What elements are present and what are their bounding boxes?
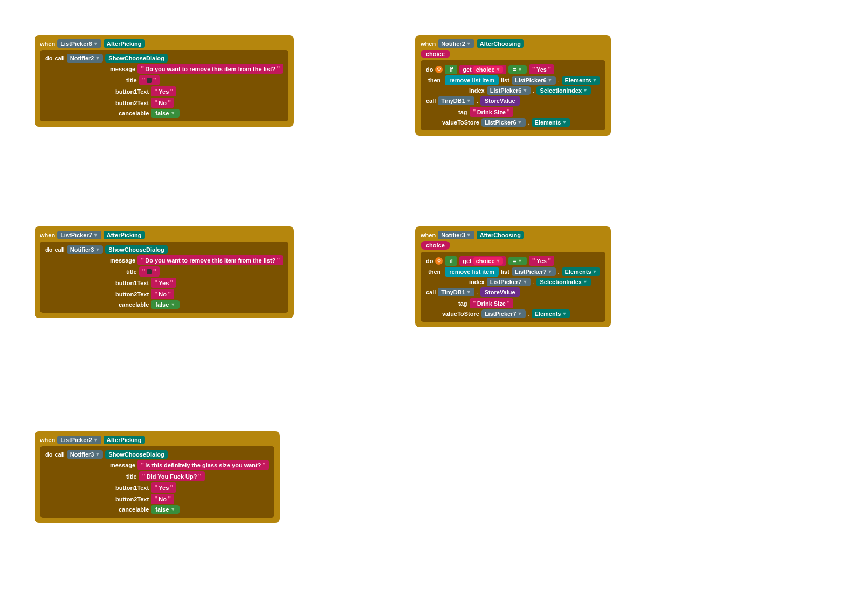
index-label-4: index xyxy=(469,279,485,285)
message-label-1: message xyxy=(110,66,135,72)
listpicker6-comp-1[interactable]: ListPicker6 ▼ xyxy=(57,39,101,48)
when-label-3: when xyxy=(40,232,55,238)
if-block-4[interactable]: if xyxy=(445,256,457,266)
cancelable-val-3[interactable]: false ▼ xyxy=(151,300,180,309)
selection1-4[interactable]: SelectionIndex ▼ xyxy=(536,278,591,286)
notifier2-comp-2[interactable]: Notifier2 ▼ xyxy=(438,39,474,48)
elements2-4[interactable]: Elements ▼ xyxy=(532,309,570,318)
when-label-4: when xyxy=(421,232,436,238)
do-label-4: do xyxy=(426,258,433,264)
if-block-2[interactable]: if xyxy=(445,65,457,74)
button2text-label-5: button2Text xyxy=(115,496,149,502)
tag-val-4[interactable]: " Drink Size " xyxy=(470,298,514,308)
get-block-4[interactable]: get choice ▼ xyxy=(459,256,506,266)
lp7a-comp-4[interactable]: ListPicker7 ▼ xyxy=(512,267,556,276)
elements1-4[interactable]: Elements ▼ xyxy=(562,267,601,276)
button2text-val-5[interactable]: " No " xyxy=(151,494,174,504)
message-label-3: message xyxy=(110,257,135,264)
title-val-3[interactable]: " " xyxy=(139,266,160,277)
button2text-label-3: button2Text xyxy=(115,291,149,298)
afterpicking-event-1[interactable]: AfterPicking xyxy=(104,39,145,48)
lp6b-comp-2[interactable]: ListPicker6 ▼ xyxy=(487,86,531,95)
gear-icon-2[interactable]: ⚙ xyxy=(435,66,443,73)
notifier3-comp-3[interactable]: Notifier3 ▼ xyxy=(67,245,104,254)
do-label-5: do xyxy=(45,451,52,458)
gear-icon-4[interactable]: ⚙ xyxy=(435,257,443,265)
tinydb1-comp-2[interactable]: TinyDB1 ▼ xyxy=(438,96,474,105)
button1text-val-1[interactable]: " Yes " xyxy=(151,86,176,96)
list-label-2: list xyxy=(501,77,509,84)
eq-block-2[interactable]: = ▼ xyxy=(508,65,526,74)
lp6c-comp-2[interactable]: ListPicker6 ▼ xyxy=(481,118,526,127)
cancelable-val-1[interactable]: false ▼ xyxy=(151,109,180,118)
when-label-2: when xyxy=(421,40,436,47)
block2-group: when Notifier2 ▼ AfterChoosing choice do xyxy=(415,35,611,136)
listpicker2-comp-5[interactable]: ListPicker2 ▼ xyxy=(57,436,101,444)
title-val-5[interactable]: " Did You Fuck Up? " xyxy=(139,471,205,481)
do-label-3: do xyxy=(45,246,52,253)
message-val-1[interactable]: " Do you want to remove this item from t… xyxy=(137,64,283,74)
value-label-2: valueToStore xyxy=(442,119,479,126)
after-choosing-event-4[interactable]: AfterChoosing xyxy=(477,231,524,239)
button1text-label-1: button1Text xyxy=(115,88,149,95)
do-label-2: do xyxy=(426,66,433,73)
title-label-3: title xyxy=(126,268,137,275)
button1text-val-3[interactable]: " Yes " xyxy=(151,278,176,288)
elements2-2[interactable]: Elements ▼ xyxy=(532,118,570,127)
cancelable-label-1: cancelable xyxy=(119,110,149,116)
block4-group: when Notifier3 ▼ AfterChoosing choice do… xyxy=(415,226,611,327)
show-choose-dialog-5[interactable]: ShowChooseDialog xyxy=(105,450,167,459)
title-val-1[interactable]: " " xyxy=(139,75,160,85)
lp6a-comp-2[interactable]: ListPicker6 ▼ xyxy=(512,76,556,85)
notifier3-comp-5[interactable]: Notifier3 ▼ xyxy=(67,450,104,459)
message-val-5[interactable]: " Is this definitely the glass size you … xyxy=(137,460,269,470)
lp7c-comp-4[interactable]: ListPicker7 ▼ xyxy=(481,309,526,318)
remove-list-item-2[interactable]: remove list item xyxy=(445,75,499,85)
button1text-val-5[interactable]: " Yes " xyxy=(151,482,176,493)
message-label-5: message xyxy=(110,462,135,468)
block5-group: when ListPicker2 ▼ AfterPicking do call … xyxy=(35,431,280,523)
button1text-label-5: button1Text xyxy=(115,485,149,491)
call-label-3: call xyxy=(54,246,64,253)
yes-val-2[interactable]: " Yes " xyxy=(529,64,554,74)
tag-val-2[interactable]: " Drink Size " xyxy=(470,107,514,117)
get-block-2[interactable]: get choice ▼ xyxy=(459,65,506,74)
listpicker7-comp-3[interactable]: ListPicker7 ▼ xyxy=(57,231,101,239)
store-value-4[interactable]: StoreValue xyxy=(480,287,520,297)
message-val-3[interactable]: " Do you want to remove this item from t… xyxy=(137,255,283,265)
then-label-2: then xyxy=(426,76,443,85)
then-label-4: then xyxy=(426,267,443,276)
show-choose-dialog-3[interactable]: ShowChooseDialog xyxy=(105,245,167,254)
after-choosing-event-2[interactable]: AfterChoosing xyxy=(477,39,524,48)
value-label-4: valueToStore xyxy=(442,311,479,317)
button2text-val-3[interactable]: " No " xyxy=(151,289,174,299)
eq-block-4[interactable]: = ▼ xyxy=(508,257,526,265)
button2text-label-1: button2Text xyxy=(115,100,149,106)
title-label-5: title xyxy=(126,473,137,480)
cancelable-label-5: cancelable xyxy=(119,506,149,513)
when-label-5: when xyxy=(40,437,55,443)
notifier3-comp-4[interactable]: Notifier3 ▼ xyxy=(438,231,474,239)
tag-label-2: tag xyxy=(458,109,467,115)
notifier2-comp-1[interactable]: Notifier2 ▼ xyxy=(67,54,104,63)
show-choose-dialog-1[interactable]: ShowChooseDialog xyxy=(105,54,167,63)
elements1-2[interactable]: Elements ▼ xyxy=(562,76,601,85)
call-label-5: call xyxy=(54,451,64,458)
button2text-val-1[interactable]: " No " xyxy=(151,98,174,108)
choice-var-2: choice xyxy=(421,50,450,58)
yes-val-4[interactable]: " Yes " xyxy=(529,256,554,266)
index-label-2: index xyxy=(469,87,485,94)
store-value-2[interactable]: StoreValue xyxy=(480,96,520,106)
button1text-label-3: button1Text xyxy=(115,280,149,286)
when-label-1: when xyxy=(40,40,55,47)
remove-list-item-4[interactable]: remove list item xyxy=(445,267,499,277)
selection1-2[interactable]: SelectionIndex ▼ xyxy=(536,86,591,95)
cancelable-val-5[interactable]: false ▼ xyxy=(151,505,180,514)
list-label-4: list xyxy=(501,268,509,275)
afterpicking-event-3[interactable]: AfterPicking xyxy=(104,231,145,239)
tag-label-4: tag xyxy=(458,300,467,307)
lp7b-comp-4[interactable]: ListPicker7 ▼ xyxy=(487,278,531,286)
call-label-1: call xyxy=(54,55,64,61)
afterpicking-event-5[interactable]: AfterPicking xyxy=(104,436,145,444)
tinydb1-comp-4[interactable]: TinyDB1 ▼ xyxy=(438,288,474,296)
